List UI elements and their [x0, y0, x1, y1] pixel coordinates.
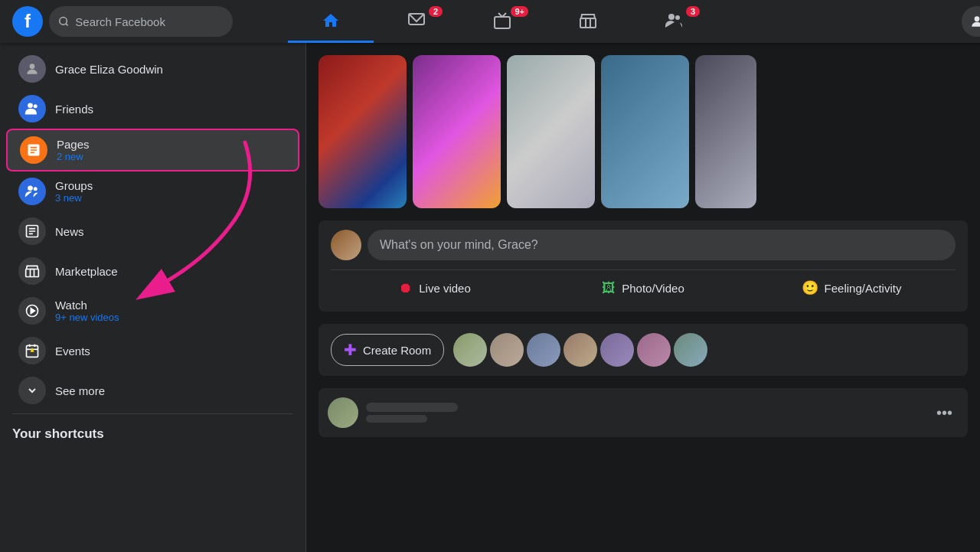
sidebar-friends-text: Friends — [55, 103, 287, 116]
sidebar-news-label: News — [55, 225, 287, 238]
sidebar-friends-label: Friends — [55, 103, 287, 116]
story-card-4[interactable] — [601, 55, 689, 208]
user-name-text: Grace Eliza Goodwin — [55, 63, 287, 76]
post-box: What's on your mind, Grace? ⏺ Live video… — [318, 220, 968, 312]
sidebar-item-groups[interactable]: Groups 3 new — [6, 171, 299, 211]
create-room-label: Create Room — [363, 344, 431, 357]
search-icon — [58, 15, 69, 28]
search-input[interactable] — [75, 15, 224, 28]
topnav-right — [717, 6, 980, 37]
groups-nav-badge: 3 — [686, 6, 700, 17]
post-user-avatar — [331, 230, 361, 260]
friends-icon — [18, 95, 46, 122]
nav-marketplace-button[interactable] — [545, 0, 631, 43]
sidebar-pages-text: Pages 2 new — [57, 138, 286, 162]
room-avatar-6 — [637, 333, 671, 367]
room-avatars-list — [453, 333, 956, 367]
svg-rect-3 — [495, 17, 510, 28]
watch-badge: 9+ — [511, 6, 528, 17]
svg-point-8 — [30, 64, 35, 69]
story-card-2[interactable] — [413, 55, 501, 208]
room-avatar-1 — [453, 333, 487, 367]
nav-watch-button[interactable]: 9+ — [459, 0, 545, 43]
sidebar-item-see-more[interactable]: See more — [6, 371, 299, 410]
sidebar-marketplace-text: Marketplace — [55, 265, 287, 278]
news-icon — [18, 217, 46, 245]
messenger-badge: 2 — [429, 6, 443, 17]
room-avatar-7 — [674, 333, 707, 367]
post-input-placeholder: What's on your mind, Grace? — [380, 238, 538, 252]
svg-line-1 — [66, 24, 68, 26]
sidebar-see-more-text: See more — [55, 384, 287, 397]
photo-video-button[interactable]: 🖼 Photo/Video — [539, 273, 747, 302]
sidebar-groups-label: Groups — [55, 179, 287, 192]
room-avatar-3 — [527, 333, 560, 367]
svg-point-6 — [675, 15, 680, 20]
live-video-button[interactable]: ⏺ Live video — [331, 273, 539, 302]
story-card-1[interactable] — [318, 55, 407, 208]
live-video-label: Live video — [419, 282, 471, 295]
sidebar: Grace Eliza Goodwin Friends Pages 2 new — [0, 43, 306, 552]
svg-point-12 — [28, 186, 33, 191]
groups-nav-icon — [665, 11, 683, 30]
marketplace-sidebar-icon — [18, 257, 46, 285]
sidebar-marketplace-label: Marketplace — [55, 265, 287, 278]
post-actions-bar: ⏺ Live video 🖼 Photo/Video 🙂 Feeling/Act… — [331, 269, 956, 302]
sidebar-item-watch[interactable]: Watch 9+ new videos — [6, 291, 299, 331]
sidebar-divider — [12, 413, 293, 414]
svg-rect-15 — [26, 269, 39, 277]
feed-post-more-button[interactable]: ••• — [930, 401, 959, 425]
sidebar-item-news[interactable]: News — [6, 211, 299, 251]
svg-point-7 — [975, 16, 980, 21]
nav-home-button[interactable] — [288, 0, 374, 43]
user-avatar — [18, 55, 46, 83]
see-more-inner — [18, 377, 46, 404]
sidebar-events-text: Events — [55, 345, 287, 358]
sidebar-groups-sublabel: 3 new — [55, 192, 287, 204]
feed-post-meta — [366, 403, 923, 423]
pages-icon — [20, 136, 47, 164]
marketplace-icon — [579, 11, 597, 30]
events-icon — [18, 337, 46, 364]
user-display-name: Grace Eliza Goodwin — [55, 63, 287, 76]
room-avatar-5 — [600, 333, 634, 367]
post-input[interactable]: What's on your mind, Grace? — [368, 230, 956, 260]
feeling-activity-label: Feeling/Activity — [825, 282, 902, 295]
svg-rect-4 — [580, 18, 596, 28]
create-room-row: ✚ Create Room — [318, 324, 968, 376]
sidebar-item-events[interactable]: Events — [6, 331, 299, 371]
svg-point-5 — [668, 14, 675, 20]
sidebar-news-text: News — [55, 225, 287, 238]
stories-row — [318, 55, 968, 208]
sidebar-watch-sublabel: 9+ new videos — [55, 312, 287, 323]
feeling-activity-button[interactable]: 🙂 Feeling/Activity — [747, 273, 956, 302]
sidebar-groups-text: Groups 3 new — [55, 179, 287, 204]
feed-post-header: ••• — [328, 397, 959, 428]
create-room-button[interactable]: ✚ Create Room — [331, 334, 444, 366]
search-bar-container[interactable] — [49, 6, 233, 37]
post-box-top: What's on your mind, Grace? — [331, 230, 956, 260]
sidebar-item-friends[interactable]: Friends — [6, 89, 299, 129]
nav-messenger-button[interactable]: 2 — [374, 0, 459, 43]
room-avatar-4 — [564, 333, 597, 367]
sidebar-item-pages[interactable]: Pages 2 new — [6, 129, 299, 171]
top-navigation: f 2 9+ — [0, 0, 980, 43]
sidebar-item-marketplace[interactable]: Marketplace — [6, 251, 299, 291]
nav-groups-button[interactable]: 3 — [631, 0, 717, 43]
topnav-left: f — [12, 6, 288, 37]
main-layout: Grace Eliza Goodwin Friends Pages 2 new — [0, 43, 980, 552]
feed-post-1: ••• — [318, 388, 968, 437]
profile-menu-button[interactable] — [962, 6, 980, 37]
story-card-5[interactable] — [695, 55, 756, 208]
main-content: What's on your mind, Grace? ⏺ Live video… — [306, 43, 980, 552]
sidebar-item-user[interactable]: Grace Eliza Goodwin — [6, 49, 299, 89]
watch-icon — [493, 11, 511, 30]
sidebar-watch-text: Watch 9+ new videos — [55, 299, 287, 323]
facebook-logo[interactable]: f — [12, 6, 43, 37]
svg-point-10 — [34, 104, 38, 108]
sidebar-watch-label: Watch — [55, 299, 287, 312]
svg-point-13 — [34, 187, 38, 191]
story-card-3[interactable] — [507, 55, 595, 208]
feed-post-blurred-time — [366, 415, 923, 423]
photo-video-icon: 🖼 — [602, 280, 616, 296]
